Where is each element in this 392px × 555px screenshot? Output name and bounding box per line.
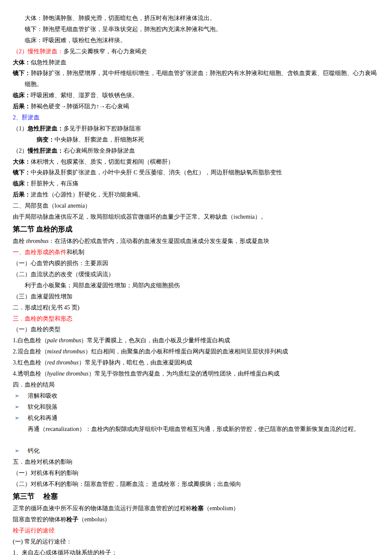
text: 正常的循环血液中所不应有的物体随血流运行并阻塞血管腔的过程称 <box>13 505 192 512</box>
text: 体积增大，包膜紧张、质实，切面红黄相间（槟榔肝） <box>31 159 174 165</box>
text: 栓塞 <box>43 492 58 500</box>
heading-liver: 2、肝淤血 <box>13 112 379 123</box>
body-text: 镜下：肺泡壁毛细血管扩张，呈串珠状突起，肺泡腔内充满水肿液和气泡。 <box>13 24 379 35</box>
body-text: 利于血小板聚集；局部血液凝固性增加；局部内皮细胞损伤 <box>13 280 379 291</box>
body-text: 临床：呼吸困难、紫绀、湿罗音、咳铁锈色痰。 <box>13 90 379 101</box>
body-text: 大体：肺饱满肿胀、肺膜光滑，切面暗红色，挤压时有泡沫样液体流出。 <box>13 13 379 24</box>
text: 肺静脉扩张，肺泡壁增厚，其中纤维组织增生，毛细血管扩张淤血；肺泡腔内有水肿液和红… <box>31 70 377 76</box>
text: 阻塞血管腔的物体称 <box>13 516 66 523</box>
spacer <box>13 434 379 445</box>
text: 淤血性（心源性）肝硬化，无肝功能衰竭。 <box>31 191 144 198</box>
text: 多见于肝静脉和下腔静脉阻塞 <box>63 125 141 132</box>
list-item: ➢溶解和吸收 <box>13 390 379 402</box>
label-lesion: 病变： <box>37 136 55 143</box>
term-red: red thrombus <box>47 359 79 366</box>
text: 血栓 <box>13 238 26 244</box>
body-text: 由于局部动脉血液供应不足，致局部组织或器官微循环的血量少于正常。又称缺血（isc… <box>13 211 379 223</box>
label-microscopic: 镜下： <box>13 169 31 176</box>
bullet-arrow-icon: ➢ <box>13 390 28 402</box>
section-title-thrombus: 第二节 血栓的形成 <box>13 223 379 236</box>
text: ）常见于瓣膜上，色灰白，由血小板及少量纤维蛋白构成 <box>81 337 230 344</box>
label-outcome: 后果： <box>13 191 31 198</box>
label-acute-liver: 急性肝淤血： <box>28 125 63 132</box>
text: 呼吸困难、紫绀、湿罗音、咳铁锈色痰。 <box>31 92 138 98</box>
text: 第三节 <box>13 492 35 500</box>
term-thrombus: thrombus <box>26 238 49 244</box>
text: 3.红色血栓（ <box>13 359 47 366</box>
text: 似急性肺淤血 <box>31 59 66 66</box>
body-text-cont: 细胞。 <box>13 79 379 90</box>
heading-local-anemia: 二、局部贫血（local anemia） <box>13 200 379 211</box>
body-text: 镜下：肺静脉扩张，肺泡壁增厚，其中纤维组织增生，毛细血管扩张淤血；肺泡腔内有水肿… <box>13 68 379 79</box>
body-text: 2.混合血栓（mixed thrombus）红白相间，由聚集的血小板和纤维蛋白网… <box>13 346 379 357</box>
bullet-arrow-icon: ➢ <box>13 402 28 413</box>
label-clinical: 临床： <box>13 92 31 98</box>
text: 右心衰竭所致全身静脉淤血 <box>63 147 135 154</box>
text: 1.白色血栓（ <box>13 337 47 344</box>
label-gross: 大体： <box>13 59 31 66</box>
text: ：在活体的心腔或血管内，流动着的血液发生凝固或血液成分发生凝集，形成凝血块 <box>49 238 269 244</box>
label-microscopic: 镜下： <box>13 70 31 76</box>
term-embolism: 栓塞 <box>192 505 204 512</box>
term-hyaline: hyaline thrombus <box>47 370 89 377</box>
list-item: ➢软化和脱落 <box>13 402 379 413</box>
text: （2） <box>13 147 28 154</box>
body-text: 正常的循环血液中所不应有的物体随血流运行并阻塞血管腔的过程称栓塞（embolis… <box>13 503 379 514</box>
text: （1） <box>13 125 28 132</box>
bullet-arrow-icon: ➢ <box>13 413 28 424</box>
list-item: ➢机化和再通 <box>13 413 379 424</box>
text: ）常见于弥散性血管内凝血，为均质红染的透明性团块，由纤维蛋白构成 <box>89 370 280 377</box>
text: 中央静脉、肝窦淤血，肝细胞坏死 <box>55 136 144 143</box>
text: 溶解和吸收 <box>28 393 58 399</box>
body-text: （2）慢性肝淤血：右心衰竭所致全身静脉淤血 <box>13 145 379 156</box>
term-mixed: mixed thrombus <box>47 348 85 355</box>
body-text: 二．形成过程(见书 45 页) <box>13 302 379 313</box>
text: 机化和再通 <box>28 415 58 421</box>
text: ）常见于静脉内，暗红色，由血液凝固构成 <box>79 359 192 366</box>
text: ）红白相间，由聚集的血小板和纤维蛋白网内凝固的血液相间呈层状排列构成 <box>85 348 288 355</box>
bullet-arrow-icon: ➢ <box>13 445 28 457</box>
text: 软化和脱落 <box>28 404 58 410</box>
term-pale: pale thrombus <box>47 337 81 344</box>
body-text: 病变：中央静脉、肝窦淤血，肝细胞坏死 <box>13 134 379 145</box>
body-text: 1.白色血栓（pale thrombus）常见于瓣膜上，色灰白，由血小板及少量纤… <box>13 335 379 346</box>
body-text: 3.红色血栓（red thrombus）常见于静脉内，暗红色，由血液凝固构成 <box>13 357 379 368</box>
heading-outcome: 四．血栓的结局 <box>13 379 379 390</box>
heading-types: 三．血栓的类型和形态 <box>13 313 379 324</box>
text: 多见二尖瓣狭窄，有心力衰竭史 <box>63 48 147 55</box>
body-text: 大体：体积增大，包膜紧张、质实，切面红黄相间（槟榔肝） <box>13 156 379 168</box>
text: 中央静脉及肝窦扩张淤血，小叶中央肝 C 受压萎缩、消失（色红），周边肝细胞缺氧而… <box>31 169 282 176</box>
label-chronic-lung: （2）慢性肺淤血： <box>13 48 63 55</box>
text: 肺褐色硬变→肺循环阻力↑→右心衰竭 <box>31 103 129 110</box>
label-outcome: 后果： <box>13 103 31 110</box>
term-embolus: 栓子 <box>66 516 78 523</box>
text: 肝脏肿大，有压痛 <box>31 180 78 187</box>
body-text: 镜下：中央静脉及肝窦扩张淤血，小叶中央肝 C 受压萎缩、消失（色红），周边肝细胞… <box>13 167 379 178</box>
list-item: ➢钙化 <box>13 445 379 457</box>
label-chronic-liver: 慢性肝淤血： <box>28 147 63 154</box>
body-text: （二）对机体不利的影响：阻塞血管腔，阻断血流； 造成栓塞；形成瓣膜病；出血倾向 <box>13 479 379 490</box>
body-text: 阻塞血管腔的物体称栓子（embolus） <box>13 514 379 525</box>
body-text: 1、来自左心或体循环动脉系统的栓子； <box>13 547 379 555</box>
body-text: 一、血栓形成的条件和机制 <box>13 247 379 258</box>
body-text: 后果：肺褐色硬变→肺循环阻力↑→右心衰竭 <box>13 101 379 112</box>
body-text: 血栓 thrombus：在活体的心腔或血管内，流动着的血液发生凝固或血液成分发生… <box>13 236 379 247</box>
heading-effect: 五．血栓对机体的影响 <box>13 457 379 468</box>
body-text: (一) 常见的运行途径： <box>13 536 379 547</box>
body-text: 后果：淤血性（心源性）肝硬化，无肝功能衰竭。 <box>13 189 379 200</box>
body-text: 大体：似急性肺淤血 <box>13 57 379 68</box>
text: 钙化 <box>28 448 40 454</box>
body-text: 临床：肝脏肿大，有压痛 <box>13 178 379 189</box>
body-text: 临床：呼吸困难，咳粉红色泡沫样痰。 <box>13 35 379 46</box>
body-text: （二）血流状态的改变（缓慢或涡流） <box>13 269 379 280</box>
text: 2.混合血栓（ <box>13 348 47 355</box>
section-title-embolism: 第三节 栓塞 <box>13 490 379 503</box>
text: 4.透明血栓（ <box>13 370 47 377</box>
body-text: （1）急性肝淤血：多见于肝静脉和下腔静脉阻塞 <box>13 123 379 134</box>
label-gross: 大体： <box>13 159 31 165</box>
body-text: （一）血栓的类型 <box>13 324 379 335</box>
heading-conditions: 一、血栓形成的条件 <box>13 249 66 255</box>
text: 和机制 <box>66 249 84 255</box>
heading-routes: 栓子运行的途径 <box>13 525 379 536</box>
body-text: 再通（recanalization）：血栓内的裂隙或肉芽组织中毛细血管相互沟通，… <box>13 424 379 435</box>
